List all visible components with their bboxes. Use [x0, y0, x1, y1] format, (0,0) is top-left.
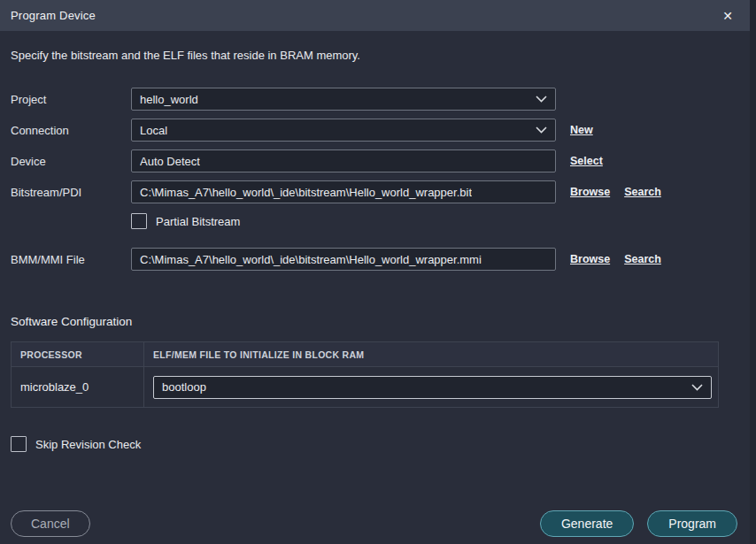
- select-device-link[interactable]: Select: [570, 155, 603, 167]
- connection-label: Connection: [11, 124, 131, 137]
- bitstream-value: C:\Mimas_A7\hello_world\_ide\bitstream\H…: [140, 186, 472, 199]
- bitstream-browse-link[interactable]: Browse: [570, 186, 610, 198]
- processor-cell: microblaze_0: [12, 367, 144, 408]
- program-button[interactable]: Program: [647, 510, 737, 537]
- elf-file-select[interactable]: bootloop: [153, 376, 712, 399]
- device-value: Auto Detect: [140, 155, 200, 168]
- bitstream-row: Bitstream/PDI C:\Mimas_A7\hello_world\_i…: [11, 180, 745, 203]
- connection-select[interactable]: Local: [131, 119, 556, 142]
- cancel-button[interactable]: Cancel: [11, 510, 90, 537]
- dialog-footer: Cancel Generate Program: [11, 510, 737, 537]
- bmm-browse-link[interactable]: Browse: [570, 253, 610, 265]
- dialog-title: Program Device: [11, 9, 96, 22]
- generate-button[interactable]: Generate: [540, 510, 634, 537]
- partial-bitstream-checkbox[interactable]: [131, 213, 147, 229]
- elf-file-value: bootloop: [162, 380, 206, 394]
- connection-value: Local: [140, 124, 167, 137]
- bmm-mmi-row: BMM/MMI File C:\Mimas_A7\hello_world\_id…: [11, 248, 745, 271]
- skip-revision-row: Skip Revision Check: [11, 436, 745, 452]
- bmm-search-link[interactable]: Search: [624, 253, 661, 265]
- footer-actions: Generate Program: [540, 510, 737, 537]
- device-input[interactable]: Auto Detect: [131, 149, 556, 172]
- partial-bitstream-label: Partial Bitstream: [156, 215, 240, 228]
- program-form: Project hello_world Connection Local New…: [11, 88, 745, 271]
- connection-row: Connection Local New: [11, 119, 745, 142]
- close-icon[interactable]: ✕: [722, 10, 733, 22]
- skip-revision-checkbox[interactable]: [11, 436, 27, 452]
- device-row: Device Auto Detect Select: [11, 149, 745, 172]
- project-value: hello_world: [140, 93, 198, 106]
- bmm-mmi-input[interactable]: C:\Mimas_A7\hello_world\_ide\bitstream\H…: [131, 248, 556, 271]
- bitstream-search-link[interactable]: Search: [624, 186, 661, 198]
- project-select[interactable]: hello_world: [131, 88, 556, 111]
- device-label: Device: [11, 155, 131, 168]
- bmm-mmi-value: C:\Mimas_A7\hello_world\_ide\bitstream\H…: [140, 253, 482, 266]
- dialog-body: Specify the bitstream and the ELF files …: [0, 49, 756, 452]
- software-configuration-table: PROCESSOR ELF/MEM FILE TO INITIALIZE IN …: [11, 341, 719, 408]
- elf-file-cell: bootloop: [144, 367, 719, 408]
- bitstream-input[interactable]: C:\Mimas_A7\hello_world\_ide\bitstream\H…: [131, 180, 556, 203]
- window-edge: [750, 0, 756, 544]
- partial-bitstream-row: Partial Bitstream: [131, 213, 745, 229]
- bitstream-label: Bitstream/PDI: [11, 186, 131, 199]
- dialog-description: Specify the bitstream and the ELF files …: [11, 49, 745, 62]
- software-configuration-heading: Software Configuration: [11, 315, 745, 328]
- table-header-row: PROCESSOR ELF/MEM FILE TO INITIALIZE IN …: [12, 342, 719, 367]
- chevron-down-icon: [691, 384, 703, 391]
- chevron-down-icon: [536, 96, 547, 103]
- bmm-mmi-label: BMM/MMI File: [11, 253, 131, 266]
- project-label: Project: [11, 93, 131, 106]
- chevron-down-icon: [536, 126, 547, 134]
- dialog-titlebar: Program Device ✕: [0, 0, 756, 31]
- processor-column-header: PROCESSOR: [12, 342, 144, 367]
- new-connection-link[interactable]: New: [570, 124, 593, 136]
- table-row: microblaze_0 bootloop: [12, 367, 719, 408]
- skip-revision-label: Skip Revision Check: [35, 438, 141, 451]
- elf-file-column-header: ELF/MEM FILE TO INITIALIZE IN BLOCK RAM: [144, 342, 719, 367]
- project-row: Project hello_world: [11, 88, 745, 111]
